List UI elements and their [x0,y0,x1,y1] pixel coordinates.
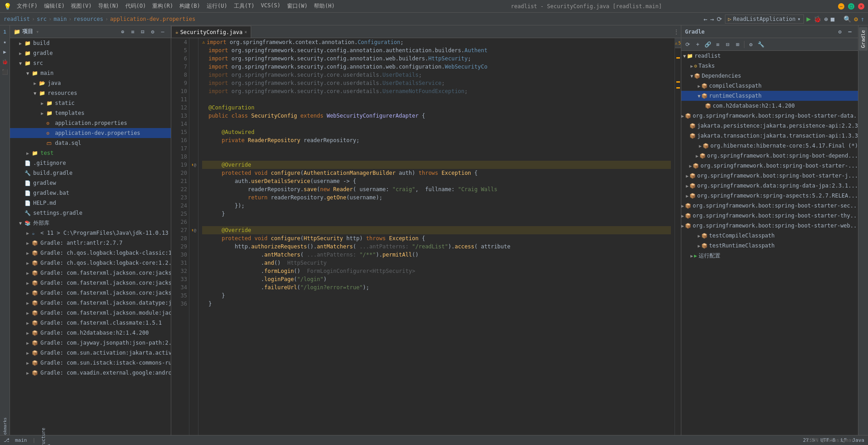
tab-security-config[interactable]: ☕ SecurityConfig.java × [171,26,251,38]
menu-window[interactable]: 窗口(W) [287,2,308,10]
tree-item-app-dev-properties[interactable]: ▶ ⚙ application-dev.properties [10,128,171,138]
tree-item-jackson-datatype[interactable]: ▶ 📦 Gradle: com.fasterxml.jackson.dataty… [10,298,171,308]
gradle-item-test-runtime[interactable]: ▶ 📦 testRuntimeClasspath [681,241,858,251]
menu-tools[interactable]: 工具(T) [234,2,255,10]
status-jpa-structure-btn[interactable]: JPA Structure [41,428,51,445]
gradle-item-sbd[interactable]: ▶ 📦 org.springframework.boot:spring-boot… [681,151,858,161]
run-coverage-btn[interactable]: ⊕ [824,15,828,23]
tree-item-jsonpath[interactable]: ▶ 📦 Gradle: com.jayway.jsonpath:json-pat… [10,338,171,348]
gradle-item-test-compile[interactable]: ▶ 📦 testCompileClasspath [681,231,858,241]
stop-btn[interactable]: ■ [831,15,834,23]
run-panel-btn[interactable]: ▶ [0,47,10,56]
panel-expand-btn[interactable]: ≡ [128,27,137,36]
gradle-link-btn[interactable]: 🔗 [703,40,712,49]
tree-item-antlr[interactable]: ▶ 📦 Gradle: antlr:antlr:2.7.7 [10,238,171,248]
gradle-tree[interactable]: ▼ 📁 readlist ▶ ⚙ Tasks ▼ 📦 Dependencies [681,51,858,435]
debug-btn[interactable]: 🐞 [813,15,821,23]
menu-bar[interactable]: 文件(F) 编辑(E) 视图(V) 导航(N) 代码(O) 重构(R) 构建(B… [17,2,335,10]
menu-edit[interactable]: 编辑(E) [44,2,65,10]
terminal-btn[interactable]: ⬛ [0,67,10,76]
tree-item-istack[interactable]: ▶ 📦 Gradle: com.sun.istack:istack-common… [10,358,171,368]
tree-item-data-sql[interactable]: ▶ 🗃 data.sql [10,138,171,148]
menu-file[interactable]: 文件(F) [17,2,38,10]
warning-count-area[interactable]: ⚠ 5 [675,38,681,48]
menu-navigate[interactable]: 导航(N) [98,2,119,10]
tree-item-static[interactable]: ▶ 📁 static [10,98,171,108]
project-tree[interactable]: ▶ 📁 build ▶ 📁 gradle ▼ 📁 src [10,38,171,435]
gradle-item-jakarta-transaction[interactable]: 📦 jakarta.transaction:jakarta.transactio… [681,131,858,141]
breadcrumb-src[interactable]: src [37,16,47,22]
tab-close-security-config[interactable]: × [244,30,247,35]
search-everywhere-btn[interactable]: 🔍 [843,15,851,23]
project-panel-dropdown[interactable]: ▾ [36,29,39,35]
tree-item-settings-gradle[interactable]: ▶ 🔧 settings.gradle [10,208,171,218]
tree-item-jackson-module[interactable]: ▶ 📦 Gradle: com.fasterxml.jackson.module… [10,308,171,318]
tree-item-gradlew[interactable]: ▶ 📄 gradlew [10,178,171,188]
gradle-item-jakarta-persistence[interactable]: 📦 jakarta.persistence:jakarta.persistenc… [681,121,858,131]
bookmarks-btn[interactable]: Bookmarks [0,424,10,433]
gradle-item-tasks[interactable]: ▶ ⚙ Tasks [681,61,858,71]
gradle-item-compile-classpath[interactable]: ▶ 📦 compileClasspath [681,81,858,91]
gradle-filter-btn[interactable]: ⚙ [746,40,755,49]
gradle-item-sbs-web[interactable]: ▶ 📦 org.springframework.boot:spring-boot… [681,221,858,231]
editor-mini-scrollbar[interactable]: ⚠ 5 [675,38,681,435]
tree-item-jackson-core[interactable]: ▶ 📦 Gradle: com.fasterxml.jackson.core:j… [10,278,171,288]
gradle-item-readlist[interactable]: ▼ 📁 readlist [681,51,858,61]
gradle-item-hibernate[interactable]: ▶ 📦 org.hibernate:hibernate-core:5.4.17.… [681,141,858,151]
panel-collapse-btn[interactable]: ⊟ [138,27,147,36]
menu-refactor[interactable]: 重构(R) [152,2,173,10]
close-button[interactable]: × [858,3,864,10]
gradle-item-run-config[interactable]: ▶ ▶ 运行配置 [681,251,858,261]
settings-btn[interactable]: ⚙ [854,15,858,23]
breadcrumb-resources[interactable]: resources [74,16,103,22]
menu-vcs[interactable]: VCS(S) [261,2,280,10]
tree-item-jakarta-activation[interactable]: ▶ 📦 Gradle: com.sun.activation:jakarta.a… [10,348,171,358]
panel-locate-btn[interactable]: ⊕ [118,27,127,36]
tree-item-classmate[interactable]: ▶ 📦 Gradle: com.fasterxml.classmate:1.5.… [10,318,171,328]
menu-view[interactable]: 视图(V) [71,2,92,10]
gradle-item-sbs-thy[interactable]: ▶ 📦 org.springframework.boot:spring-boot… [681,211,858,221]
gradle-side-tab[interactable]: Gradle [859,27,868,51]
gradle-item-dependencies[interactable]: ▼ 📦 Dependencies [681,71,858,81]
tree-item-gitignore[interactable]: ▶ 📄 .gitignore [10,158,171,168]
gradle-item-sbs-data[interactable]: ▶ 📦 org.springframework.boot:spring-boot… [681,111,858,121]
gradle-refresh-btn[interactable]: ⟳ [683,40,692,49]
panel-settings-btn[interactable]: ⚙ [148,27,157,36]
gradle-item-runtime-classpath[interactable]: ▼ 📦 runtimeClasspath [681,91,858,101]
tree-item-main[interactable]: ▼ 📁 main [10,68,171,78]
tree-item-build-gradle[interactable]: ▶ 🔧 build.gradle [10,168,171,178]
tree-item-logback-core[interactable]: ▶ 📦 Gradle: ch.qos.logback:logback-core:… [10,258,171,268]
tree-item-src[interactable]: ▼ 📁 src [10,58,171,68]
tree-item-vaadin[interactable]: ▶ 📦 Gradle: com.vaadin.external.google:a… [10,368,171,378]
maximize-button[interactable]: □ [848,3,854,10]
gradle-item-sdj[interactable]: ▶ 📦 org.springframework.data:spring-data… [681,181,858,191]
menu-run[interactable]: 运行(U) [207,2,228,10]
tab-more-button[interactable]: ⋮ [672,26,681,38]
nav-recent-btn[interactable]: ⟳ [717,15,722,23]
gradle-add-btn[interactable]: + [693,40,702,49]
menu-code[interactable]: 代码(O) [125,2,146,10]
menu-build[interactable]: 构建(B) [179,2,200,10]
tree-item-external-libs[interactable]: ▼ 📚 外部库 [10,218,171,228]
tree-item-gradle[interactable]: ▶ 📁 gradle [10,48,171,58]
gradle-close-btn[interactable]: – [845,27,854,36]
tree-item-jdk[interactable]: ▶ ☕ < 11 > C:\ProgramFiles\Java\jdk-11.0… [10,228,171,238]
gradle-item-sbs3[interactable]: ▶ 📦 org.springframework.boot:spring-boot… [681,171,858,181]
gradle-collapse-btn[interactable]: ⊟ [723,40,732,49]
minimize-button[interactable]: — [838,3,844,10]
nav-back-btn[interactable]: ← [704,15,707,23]
run-config-dropdown[interactable]: ▷ ReadListApplication ▾ [725,15,804,24]
gradle-settings-btn[interactable]: ⚙ [835,27,844,36]
breadcrumb-file[interactable]: application-dev.properties [110,16,195,22]
tree-item-jackson-dat[interactable]: ▶ 📦 Gradle: com.fasterxml.jackson.core:j… [10,288,171,298]
gradle-item-sa[interactable]: ▶ 📦 org.springframework:spring-aspects:5… [681,191,858,201]
project-view-btn[interactable]: 1 [0,27,10,36]
run-btn[interactable]: ▶ [807,15,811,23]
breadcrumb-main[interactable]: main [54,16,67,22]
breadcrumb-readlist[interactable]: readlist [4,16,30,22]
tree-item-templates[interactable]: ▶ 📁 templates [10,108,171,118]
nav-forward-btn[interactable]: → [710,15,714,23]
tree-item-logback-classic[interactable]: ▶ 📦 Gradle: ch.qos.logback:logback-class… [10,248,171,258]
tree-item-java[interactable]: ▶ 📂 java [10,78,171,88]
gradle-item-sbs-sec[interactable]: ▶ 📦 org.springframework.boot:spring-boot… [681,201,858,211]
